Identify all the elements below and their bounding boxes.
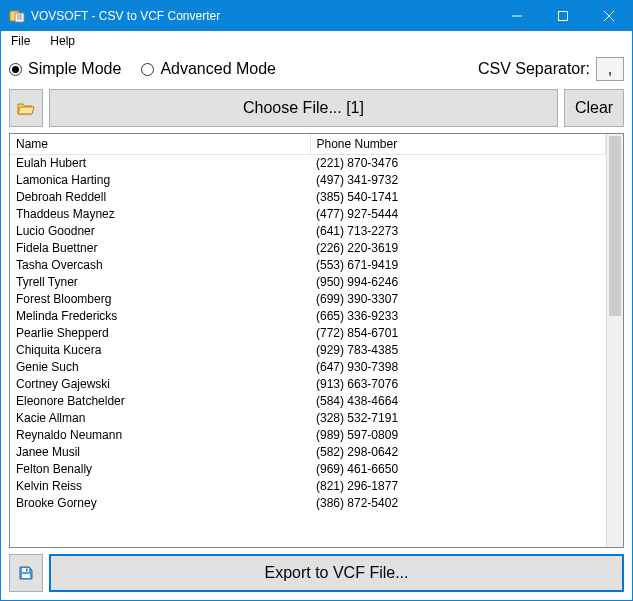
close-button[interactable] [586,1,632,31]
cell-name: Debroah Reddell [10,189,310,206]
cell-name: Forest Bloomberg [10,291,310,308]
table-row[interactable]: Felton Benally(969) 461-6650 [10,461,606,478]
cell-name: Reynaldo Neumann [10,427,310,444]
table-row[interactable]: Tyrell Tyner(950) 994-6246 [10,274,606,291]
cell-name: Janee Musil [10,444,310,461]
table-row[interactable]: Debroah Reddell(385) 540-1741 [10,189,606,206]
cell-name: Lucio Goodner [10,223,310,240]
table-row[interactable]: Eleonore Batchelder(584) 438-4664 [10,393,606,410]
menu-help[interactable]: Help [46,33,79,49]
cell-name: Thaddeus Maynez [10,206,310,223]
csv-separator-input[interactable]: , [596,57,624,81]
cell-name: Melinda Fredericks [10,308,310,325]
cell-name: Kacie Allman [10,410,310,427]
export-vcf-button[interactable]: Export to VCF File... [49,554,624,592]
table-row[interactable]: Forest Bloomberg(699) 390-3307 [10,291,606,308]
svg-rect-4 [22,574,30,578]
cell-name: Cortney Gajewski [10,376,310,393]
cell-phone: (969) 461-6650 [310,461,606,478]
table-row[interactable]: Eulah Hubert(221) 870-3476 [10,155,606,172]
table-row[interactable]: Cortney Gajewski(913) 663-7076 [10,376,606,393]
cell-name: Lamonica Harting [10,172,310,189]
cell-phone: (328) 532-7191 [310,410,606,427]
clear-button[interactable]: Clear [564,89,624,127]
table-row[interactable]: Melinda Fredericks(665) 336-9233 [10,308,606,325]
cell-phone: (221) 870-3476 [310,155,606,172]
svg-rect-2 [559,12,568,21]
clear-label: Clear [575,99,613,117]
menu-bar: File Help [1,31,632,51]
mode-row: Simple Mode Advanced Mode CSV Separator:… [9,55,624,83]
table-row[interactable]: Kelvin Reiss(821) 296-1877 [10,478,606,495]
radio-advanced-label: Advanced Mode [160,60,276,78]
cell-phone: (821) 296-1877 [310,478,606,495]
table-row[interactable]: Tasha Overcash(553) 671-9419 [10,257,606,274]
mode-radiogroup: Simple Mode Advanced Mode [9,60,276,78]
table-row[interactable]: Kacie Allman(328) 532-7191 [10,410,606,427]
table-row[interactable]: Lamonica Harting(497) 341-9732 [10,172,606,189]
cell-name: Tyrell Tyner [10,274,310,291]
cell-name: Genie Such [10,359,310,376]
contacts-table-wrap: Name Phone Number Eulah Hubert(221) 870-… [9,133,624,548]
cell-phone: (582) 298-0642 [310,444,606,461]
cell-phone: (665) 336-9233 [310,308,606,325]
cell-phone: (913) 663-7076 [310,376,606,393]
scrollbar-thumb[interactable] [609,136,621,316]
cell-name: Brooke Gorney [10,495,310,512]
cell-phone: (647) 930-7398 [310,359,606,376]
app-icon [9,8,25,24]
table-row[interactable]: Lucio Goodner(641) 713-2273 [10,223,606,240]
cell-name: Eleonore Batchelder [10,393,310,410]
cell-name: Fidela Buettner [10,240,310,257]
file-toolbar: Choose File... [1] Clear [9,89,624,127]
app-window: VOVSOFT - CSV to VCF Converter File Help… [0,0,633,601]
svg-rect-3 [22,568,29,572]
table-row[interactable]: Pearlie Shepperd(772) 854-6701 [10,325,606,342]
cell-name: Kelvin Reiss [10,478,310,495]
table-row[interactable]: Chiquita Kucera(929) 783-4385 [10,342,606,359]
cell-phone: (641) 713-2273 [310,223,606,240]
col-header-name[interactable]: Name [10,134,310,155]
cell-phone: (772) 854-6701 [310,325,606,342]
content-area: Simple Mode Advanced Mode CSV Separator:… [1,51,632,600]
minimize-button[interactable] [494,1,540,31]
cell-phone: (386) 872-5402 [310,495,606,512]
cell-name: Pearlie Shepperd [10,325,310,342]
choose-file-label: Choose File... [1] [243,99,364,117]
maximize-button[interactable] [540,1,586,31]
title-bar[interactable]: VOVSOFT - CSV to VCF Converter [1,1,632,31]
cell-phone: (989) 597-0809 [310,427,606,444]
col-header-phone[interactable]: Phone Number [310,134,606,155]
cell-phone: (584) 438-4664 [310,393,606,410]
svg-rect-5 [26,569,28,572]
table-row[interactable]: Reynaldo Neumann(989) 597-0809 [10,427,606,444]
contacts-table: Name Phone Number Eulah Hubert(221) 870-… [10,134,606,512]
vertical-scrollbar[interactable] [606,134,623,547]
cell-phone: (950) 994-6246 [310,274,606,291]
save-icon-button[interactable] [9,554,43,592]
cell-name: Chiquita Kucera [10,342,310,359]
cell-name: Tasha Overcash [10,257,310,274]
menu-file[interactable]: File [7,33,34,49]
open-folder-button[interactable] [9,89,43,127]
export-vcf-label: Export to VCF File... [264,564,408,582]
contacts-table-scroll[interactable]: Name Phone Number Eulah Hubert(221) 870-… [10,134,606,547]
choose-file-button[interactable]: Choose File... [1] [49,89,558,127]
radio-advanced-mode[interactable]: Advanced Mode [141,60,276,78]
table-header-row: Name Phone Number [10,134,606,155]
export-row: Export to VCF File... [9,554,624,592]
csv-separator-label: CSV Separator: [478,60,590,78]
cell-phone: (553) 671-9419 [310,257,606,274]
table-row[interactable]: Thaddeus Maynez(477) 927-5444 [10,206,606,223]
window-title: VOVSOFT - CSV to VCF Converter [31,1,494,31]
table-row[interactable]: Genie Such(647) 930-7398 [10,359,606,376]
table-row[interactable]: Janee Musil(582) 298-0642 [10,444,606,461]
table-row[interactable]: Brooke Gorney(386) 872-5402 [10,495,606,512]
table-row[interactable]: Fidela Buettner(226) 220-3619 [10,240,606,257]
cell-phone: (226) 220-3619 [310,240,606,257]
cell-phone: (477) 927-5444 [310,206,606,223]
cell-name: Eulah Hubert [10,155,310,172]
radio-dot-icon [9,63,22,76]
radio-simple-mode[interactable]: Simple Mode [9,60,121,78]
cell-phone: (385) 540-1741 [310,189,606,206]
